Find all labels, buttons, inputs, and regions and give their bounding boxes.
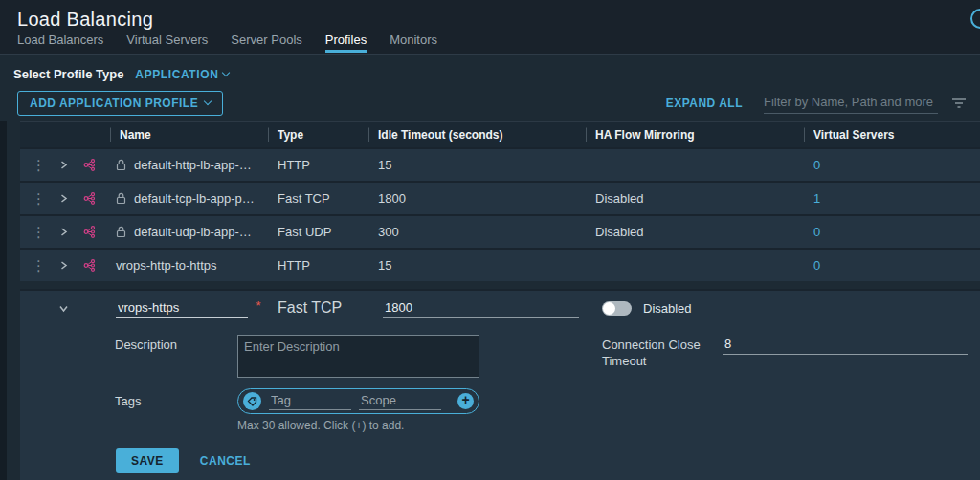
tag-input[interactable] bbox=[269, 392, 351, 410]
topology-icon[interactable] bbox=[83, 159, 108, 171]
column-name: Name bbox=[110, 128, 268, 142]
topology-icon[interactable] bbox=[83, 259, 108, 272]
filter-funnel-icon[interactable] bbox=[951, 98, 967, 109]
column-virtual-servers: Virtual Servers bbox=[804, 128, 980, 142]
profile-type: Fast UDP bbox=[268, 225, 368, 239]
toggle-knob bbox=[603, 302, 615, 315]
required-marker: * bbox=[256, 298, 260, 313]
virtual-servers-link[interactable]: 0 bbox=[813, 158, 820, 172]
toolbar: ADD APPLICATION PROFILE EXPAND ALL bbox=[0, 84, 980, 121]
description-label: Description bbox=[115, 338, 177, 352]
idle-timeout-input[interactable] bbox=[383, 298, 579, 318]
column-idle-timeout: Idle Timeout (seconds) bbox=[368, 128, 586, 142]
idle-timeout: 15 bbox=[368, 158, 586, 172]
expand-all-link[interactable]: EXPAND ALL bbox=[666, 97, 743, 110]
table-row: ⋮ default-udp-lb-app-… Fast UDP 300 Disa… bbox=[20, 214, 980, 248]
ha-flow-mirroring-toggle[interactable] bbox=[602, 301, 632, 316]
row-menu-icon[interactable]: ⋮ bbox=[32, 190, 58, 207]
description-textarea[interactable] bbox=[237, 335, 479, 378]
column-type: Type bbox=[268, 128, 368, 142]
lock-icon bbox=[116, 226, 126, 238]
tab-profiles[interactable]: Profiles bbox=[325, 33, 367, 53]
editor-row: * Fast TCP Disabled bbox=[20, 291, 980, 325]
save-button[interactable]: SAVE bbox=[116, 448, 179, 473]
scope-input[interactable] bbox=[359, 392, 441, 410]
profile-name: default-http-lb-app-… bbox=[134, 158, 252, 172]
row-menu-icon[interactable]: ⋮ bbox=[32, 224, 58, 241]
topology-icon[interactable] bbox=[83, 226, 108, 238]
chevron-right-icon[interactable] bbox=[58, 193, 83, 204]
table-row: ⋮ default-http-lb-app-… HTTP 15 0 bbox=[20, 147, 980, 181]
row-menu-icon[interactable]: ⋮ bbox=[32, 257, 58, 274]
add-tag-icon[interactable]: + bbox=[457, 393, 474, 409]
idle-timeout: 15 bbox=[368, 258, 586, 273]
profile-type-value: APPLICATION bbox=[135, 68, 218, 81]
editor-type-value: Fast TCP bbox=[268, 299, 368, 316]
topology-icon[interactable] bbox=[83, 192, 108, 205]
ha-flow-mirroring: Disabled bbox=[586, 225, 804, 239]
table-row: ⋮ vrops-http-to-https HTTP 15 0 bbox=[20, 248, 980, 281]
tag-icon bbox=[243, 392, 261, 410]
tags-note: Max 30 allowed. Click (+) to add. bbox=[237, 419, 404, 432]
idle-timeout: 1800 bbox=[368, 191, 586, 206]
row-menu-icon[interactable]: ⋮ bbox=[32, 157, 58, 174]
tab-virtual-servers[interactable]: Virtual Servers bbox=[126, 33, 208, 53]
column-ha-flow-mirroring: HA Flow Mirroring bbox=[586, 128, 804, 142]
profile-name: vrops-http-to-https bbox=[116, 258, 217, 273]
ha-toggle-label: Disabled bbox=[643, 301, 692, 316]
table-row: ⋮ default-tcp-lb-app-p… Fast TCP 1800 Di… bbox=[20, 181, 980, 214]
page-title: Load Balancing bbox=[0, 0, 980, 31]
virtual-servers-link[interactable]: 1 bbox=[813, 191, 820, 206]
tab-server-pools[interactable]: Server Pools bbox=[231, 33, 301, 53]
tags-editor: + bbox=[237, 388, 479, 414]
profile-name: default-tcp-lb-app-p… bbox=[134, 191, 255, 206]
profile-type-row: Select Profile Type APPLICATION bbox=[0, 55, 980, 84]
profile-type-label: Select Profile Type bbox=[13, 67, 123, 81]
chevron-down-icon bbox=[204, 98, 212, 105]
lock-icon bbox=[116, 192, 126, 205]
profile-type: HTTP bbox=[268, 158, 368, 172]
virtual-servers-link[interactable]: 0 bbox=[813, 258, 820, 273]
profiles-table: Name Type Idle Timeout (seconds) HA Flow… bbox=[20, 121, 980, 480]
chevron-down-expanded-icon[interactable] bbox=[58, 303, 83, 314]
add-application-profile-label: ADD APPLICATION PROFILE bbox=[30, 97, 198, 110]
ha-flow-mirroring: Disabled bbox=[586, 191, 804, 206]
connection-close-timeout-input[interactable] bbox=[723, 335, 968, 355]
table-header-row: Name Type Idle Timeout (seconds) HA Flow… bbox=[20, 121, 980, 147]
chevron-down-icon bbox=[222, 69, 230, 76]
tab-bar: Load Balancers Virtual Servers Server Po… bbox=[17, 31, 980, 53]
connection-close-timeout-label: Connection Close Timeout bbox=[602, 337, 709, 369]
profile-type: Fast TCP bbox=[268, 191, 368, 206]
profile-name: default-udp-lb-app-… bbox=[134, 225, 252, 239]
idle-timeout: 300 bbox=[368, 225, 586, 239]
lock-icon bbox=[116, 159, 126, 171]
cancel-button[interactable]: CANCEL bbox=[200, 454, 251, 468]
profile-type-dropdown[interactable]: APPLICATION bbox=[135, 68, 229, 81]
tags-label: Tags bbox=[115, 394, 141, 408]
chevron-right-icon[interactable] bbox=[58, 227, 83, 237]
left-gutter bbox=[0, 121, 7, 480]
tab-monitors[interactable]: Monitors bbox=[390, 33, 437, 53]
profile-name-input[interactable] bbox=[116, 298, 248, 318]
profile-type: HTTP bbox=[268, 258, 368, 273]
editor-detail: Description Connection Close Timeout Tag… bbox=[20, 325, 980, 480]
virtual-servers-link[interactable]: 0 bbox=[813, 225, 820, 239]
add-application-profile-button[interactable]: ADD APPLICATION PROFILE bbox=[17, 91, 223, 116]
chevron-right-icon[interactable] bbox=[58, 160, 83, 170]
profile-editor: * Fast TCP Disabled Description Connecti… bbox=[20, 289, 980, 480]
tab-load-balancers[interactable]: Load Balancers bbox=[17, 33, 103, 53]
filter-input[interactable] bbox=[764, 93, 938, 114]
page-header: Load Balancing Load Balancers Virtual Se… bbox=[0, 0, 980, 55]
chevron-right-icon[interactable] bbox=[58, 260, 83, 271]
